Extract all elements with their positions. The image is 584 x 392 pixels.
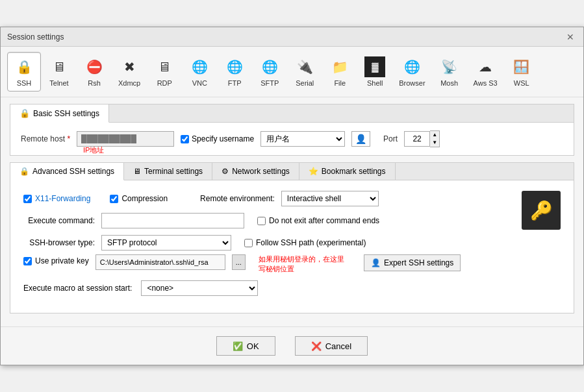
bookmark-label: Bookmark settings xyxy=(322,167,386,176)
expert-ssh-button[interactable]: 👤 Expert SSH settings xyxy=(364,254,461,271)
ok-button[interactable]: ✅ OK xyxy=(216,336,275,356)
proto-file[interactable]: 📁 File xyxy=(323,52,357,92)
proto-shell[interactable]: ▓ Shell xyxy=(358,52,392,92)
execute-cmd-input[interactable] xyxy=(101,213,244,228)
mosh-icon: 📡 xyxy=(439,56,460,77)
main-content: 🔒 Basic SSH settings Remote host * IP地址 … xyxy=(1,97,583,326)
proto-browser[interactable]: 🌐 Browser xyxy=(393,52,431,92)
x11-forwarding-label[interactable]: X11-Forwarding xyxy=(23,194,90,203)
proto-telnet-label: Telnet xyxy=(49,79,68,87)
cancel-button[interactable]: ❌ Cancel xyxy=(295,336,368,356)
proto-mosh[interactable]: 📡 Mosh xyxy=(433,52,466,92)
serial-icon: 🔌 xyxy=(294,56,315,77)
advanced-ssh-section: 🔒 Advanced SSH settings 🖥 Terminal setti… xyxy=(10,162,574,313)
ftp-icon: 🌐 xyxy=(224,56,245,77)
sftp-icon: 🌐 xyxy=(259,56,280,77)
x11-forwarding-text: X11-Forwarding xyxy=(35,194,90,203)
proto-rdp[interactable]: 🖥 RDP xyxy=(147,52,181,92)
port-spinbox: 22 ▲ ▼ xyxy=(404,130,440,147)
proto-xdmcp-label: Xdmcp xyxy=(118,79,140,87)
proto-vnc-label: VNC xyxy=(192,79,207,87)
x11-forwarding-checkbox[interactable] xyxy=(23,195,32,203)
do-not-exit-text: Do not exit after command ends xyxy=(269,216,379,225)
proto-mosh-label: Mosh xyxy=(440,79,458,87)
compression-text: Compression xyxy=(121,194,168,203)
proto-vnc[interactable]: 🌐 VNC xyxy=(183,52,216,92)
adv-ssh-label: Advanced SSH settings xyxy=(32,167,114,176)
proto-xdmcp[interactable]: ✖ Xdmcp xyxy=(112,52,146,92)
username-dropdown[interactable]: 用户名 xyxy=(260,131,345,147)
ssh-icon: 🔒 xyxy=(14,56,34,77)
proto-telnet[interactable]: 🖥 Telnet xyxy=(42,52,76,92)
use-private-key-checkbox[interactable] xyxy=(23,257,32,265)
proto-serial[interactable]: 🔌 Serial xyxy=(288,52,322,92)
tab-advanced-ssh[interactable]: 🔒 Advanced SSH settings xyxy=(10,163,124,180)
adv-ssh-icon: 🔒 xyxy=(19,167,29,176)
browse-button[interactable]: ... xyxy=(232,254,246,270)
proto-ssh[interactable]: 🔒 SSH xyxy=(7,52,41,92)
do-not-exit-label[interactable]: Do not exit after command ends xyxy=(257,216,379,225)
follow-ssh-path-checkbox[interactable] xyxy=(244,239,253,247)
network-icon: ⚙ xyxy=(222,167,229,176)
port-input[interactable]: 22 xyxy=(404,131,430,147)
follow-ssh-path-text: Follow SSH path (experimental) xyxy=(256,238,366,247)
compression-checkbox[interactable] xyxy=(110,195,118,203)
follow-ssh-path-label[interactable]: Follow SSH path (experimental) xyxy=(244,238,366,247)
do-not-exit-checkbox[interactable] xyxy=(257,217,266,225)
awss3-icon: ☁ xyxy=(475,56,496,77)
rdp-icon: 🖥 xyxy=(154,56,175,77)
basic-tab-header: 🔒 Basic SSH settings xyxy=(10,104,574,123)
title-bar: Session settings ✕ xyxy=(1,27,583,47)
execute-macro-dropdown[interactable]: <none> xyxy=(141,280,258,296)
use-private-key-text: Use private key xyxy=(35,256,89,265)
basic-content: Remote host * IP地址 Specify username 用户名 … xyxy=(10,123,574,155)
specify-username-checkbox[interactable]: Specify username xyxy=(181,134,254,143)
basic-tab[interactable]: 🔒 Basic SSH settings xyxy=(10,104,109,123)
protocol-bar: 🔒 SSH 🖥 Telnet ⛔ Rsh ✖ Xdmcp 🖥 RDP 🌐 VNC… xyxy=(1,47,583,97)
ok-icon: ✅ xyxy=(233,341,243,351)
specify-username-check[interactable] xyxy=(181,135,189,143)
telnet-icon: 🖥 xyxy=(49,56,70,77)
close-button[interactable]: ✕ xyxy=(564,32,577,42)
proto-ftp[interactable]: 🌐 FTP xyxy=(218,52,251,92)
spin-up[interactable]: ▲ xyxy=(430,131,439,139)
tab-bookmark[interactable]: ⭐ Bookmark settings xyxy=(299,163,396,180)
browser-icon: 🌐 xyxy=(401,56,422,77)
tab-network[interactable]: ⚙ Network settings xyxy=(212,163,299,180)
expert-label: Expert SSH settings xyxy=(384,258,453,267)
adv-main-layout: X11-Forwarding Compression Remote enviro… xyxy=(23,191,561,302)
adv-row-3: SSH-browser type: SFTP protocol SCP prot… xyxy=(23,235,522,251)
use-private-key-label[interactable]: Use private key xyxy=(23,256,89,265)
remote-host-input[interactable] xyxy=(77,131,174,147)
browser-type-dropdown[interactable]: SFTP protocol SCP protocol FTP over SSH xyxy=(101,235,231,251)
user-icon-button[interactable]: 👤 xyxy=(351,131,370,147)
bookmark-icon: ⭐ xyxy=(309,167,318,176)
proto-wsl[interactable]: 🪟 WSL xyxy=(505,52,539,92)
cancel-icon: ❌ xyxy=(311,341,322,351)
adv-row-4: Use private key ... 如果用秘钥登录的，在这里 写秘钥位置 👤… xyxy=(23,254,522,274)
proto-browser-label: Browser xyxy=(399,79,425,87)
proto-shell-label: Shell xyxy=(367,79,383,87)
execute-cmd-label: Execute command: xyxy=(23,216,95,225)
proto-awss3[interactable]: ☁ Aws S3 xyxy=(468,52,503,92)
proto-sftp[interactable]: 🌐 SFTP xyxy=(253,52,286,92)
proto-ssh-label: SSH xyxy=(17,79,32,87)
tab-terminal[interactable]: 🖥 Terminal settings xyxy=(124,163,212,180)
remote-host-wrapper: IP地址 xyxy=(77,131,174,147)
proto-sftp-label: SFTP xyxy=(260,79,279,87)
browser-type-label: SSH-browser type: xyxy=(23,238,95,247)
advanced-tabs: 🔒 Advanced SSH settings 🖥 Terminal setti… xyxy=(10,163,574,180)
xdmcp-icon: ✖ xyxy=(119,56,140,77)
proto-rsh[interactable]: ⛔ Rsh xyxy=(77,52,111,92)
remote-env-dropdown[interactable]: Interactive shell Bash Zsh Custom comman… xyxy=(281,191,379,206)
key-icon: 🔑 xyxy=(530,200,553,221)
remote-host-label: Remote host * xyxy=(21,134,70,143)
ok-label: OK xyxy=(247,341,259,351)
compression-label[interactable]: Compression xyxy=(110,194,168,203)
shell-icon: ▓ xyxy=(364,56,385,77)
proto-file-label: File xyxy=(334,79,346,87)
annotation-line2: 写秘钥位置 xyxy=(259,264,344,274)
basic-ssh-section: 🔒 Basic SSH settings Remote host * IP地址 … xyxy=(10,104,574,156)
private-key-input[interactable] xyxy=(95,254,225,270)
spin-down[interactable]: ▼ xyxy=(430,139,439,147)
